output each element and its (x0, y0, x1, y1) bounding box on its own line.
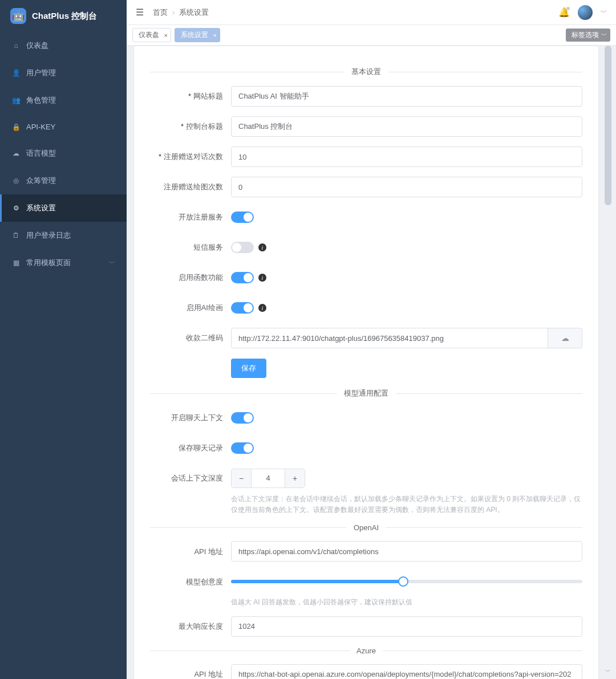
chevron-down-icon: ﹀ (109, 259, 115, 267)
input-qrcode[interactable] (231, 328, 548, 348)
scroll-thumb[interactable] (605, 46, 611, 205)
stepper-plus[interactable]: + (285, 469, 305, 487)
avatar[interactable] (578, 5, 593, 20)
sidebar-item-label: 常用模板页面 (26, 258, 71, 268)
label-openai-max: 最大响应长度 (150, 622, 231, 631)
breadcrumb: 首页 › 系统设置 (153, 7, 209, 18)
section-title: 模型通用配置 (150, 388, 582, 399)
tab-options-label: 标签选项 (572, 31, 599, 39)
list-icon: 🗒 (11, 231, 21, 239)
chevron-down-icon[interactable]: ﹀ (601, 8, 607, 17)
breadcrumb-home[interactable]: 首页 (153, 7, 168, 18)
users-icon: 👥 (11, 96, 21, 104)
gear-icon: ⚙ (11, 204, 21, 212)
section-title: OpenAI (150, 523, 582, 532)
stepper-minus[interactable]: − (232, 469, 251, 487)
sidebar-item-language-model[interactable]: ☁语言模型 (0, 140, 127, 167)
sidebar-item-dashboard[interactable]: ⌂仪表盘 (0, 32, 127, 59)
sidebar-item-label: 用户管理 (26, 68, 56, 78)
sidebar-item-label: 仪表盘 (26, 40, 48, 51)
stepper-value[interactable]: 4 (251, 469, 285, 487)
label-azure-api: API 地址 (150, 670, 231, 679)
upload-group: ☁ (231, 328, 582, 348)
tab-dashboard[interactable]: 仪表盘× (132, 28, 171, 42)
input-site-title[interactable] (231, 86, 582, 107)
section-title: Azure (150, 647, 582, 655)
lock-icon: 🔒 (11, 123, 21, 131)
sidebar: ChatPlus 控制台 ⌂仪表盘 👤用户管理 👥角色管理 🔒API-KEY ☁… (0, 0, 127, 679)
context-depth-stepper: − 4 + (231, 469, 305, 488)
sidebar-item-roles[interactable]: 👥角色管理 (0, 87, 127, 114)
save-button[interactable]: 保存 (231, 359, 266, 378)
sidebar-item-label: 系统设置 (26, 203, 56, 213)
toggle-open-reg[interactable] (231, 212, 254, 223)
help-text: 会话上下文深度：在老会话中继续会话，默认加载多少条聊天记录作为上下文。如果设置为… (231, 494, 582, 515)
chevron-down-icon: ﹀ (601, 31, 607, 39)
slider-openai-temp[interactable] (231, 580, 582, 583)
info-icon[interactable]: i (258, 304, 266, 312)
settings-card: 基本设置 网站标题 控制台标题 注册赠送对话次数 注册赠送绘图次数 开放注册服务… (133, 46, 599, 679)
sidebar-item-crowdfunding[interactable]: ◎众筹管理 (0, 167, 127, 194)
input-openai-max[interactable] (231, 616, 582, 637)
sidebar-item-label: 角色管理 (26, 95, 56, 105)
robot-icon (10, 8, 26, 24)
label-func: 启用函数功能 (150, 273, 231, 282)
sidebar-item-label: 语言模型 (26, 148, 56, 158)
close-icon[interactable]: × (213, 32, 217, 39)
sidebar-item-apikey[interactable]: 🔒API-KEY (0, 114, 127, 140)
sidebar-item-label: 用户登录日志 (26, 230, 71, 241)
label-reg-img: 注册赠送绘图次数 (150, 182, 231, 192)
sidebar-item-system-settings[interactable]: ⚙系统设置 (0, 194, 127, 222)
chevron-right-icon: › (172, 8, 175, 17)
user-icon: 👤 (11, 69, 21, 77)
input-reg-chat[interactable] (231, 147, 582, 167)
label-save-history: 保存聊天记录 (150, 444, 231, 453)
toggle-ai-draw[interactable] (231, 302, 254, 314)
sidebar-menu: ⌂仪表盘 👤用户管理 👥角色管理 🔒API-KEY ☁语言模型 ◎众筹管理 ⚙系… (0, 32, 127, 277)
toggle-func[interactable] (231, 272, 254, 283)
sidebar-item-users[interactable]: 👤用户管理 (0, 59, 127, 87)
sidebar-item-label: 众筹管理 (26, 176, 56, 186)
close-icon[interactable]: × (164, 32, 168, 39)
main-content: 基本设置 网站标题 控制台标题 注册赠送对话次数 注册赠送绘图次数 开放注册服务… (127, 46, 599, 679)
upload-button[interactable]: ☁ (548, 328, 582, 348)
label-reg-chat: 注册赠送对话次数 (150, 152, 231, 161)
toggle-sms[interactable] (231, 242, 254, 253)
label-openai-temp: 模型创意度 (150, 578, 231, 587)
menu-toggle-icon[interactable]: ☰ (136, 7, 144, 18)
cloud-icon: ☁ (11, 149, 21, 157)
tab-label: 仪表盘 (139, 31, 159, 39)
sidebar-item-login-log[interactable]: 🗒用户登录日志 (0, 222, 127, 249)
target-icon: ◎ (11, 177, 21, 185)
label-qrcode: 收款二维码 (150, 334, 231, 343)
label-context-depth: 会话上下文深度 (150, 474, 231, 483)
tab-options-button[interactable]: 标签选项﹀ (566, 29, 610, 42)
chevron-down-icon[interactable]: ﹀ (605, 668, 611, 676)
slider-thumb[interactable] (398, 576, 408, 587)
tab-system-settings[interactable]: 系统设置× (175, 28, 220, 42)
bell-icon[interactable]: 🔔 (558, 7, 570, 18)
app-title: ChatPlus 控制台 (32, 11, 97, 22)
input-reg-img[interactable] (231, 177, 582, 197)
label-console-title: 控制台标题 (150, 122, 231, 131)
label-site-title: 网站标题 (150, 92, 231, 101)
input-azure-api[interactable] (231, 664, 582, 679)
app-logo-row: ChatPlus 控制台 (0, 0, 127, 32)
tabs-bar: 仪表盘× 系统设置× 标签选项﹀ (127, 25, 616, 46)
home-icon: ⌂ (11, 42, 21, 50)
toggle-save-history[interactable] (231, 442, 254, 454)
sidebar-item-label: API-KEY (26, 123, 55, 131)
grid-icon: ▦ (11, 259, 21, 267)
info-icon[interactable]: i (258, 274, 266, 282)
label-sms: 短信服务 (150, 243, 231, 252)
help-text: 值越大 AI 回答越发散，值越小回答越保守，建议保持默认值 (231, 597, 582, 608)
label-ai-draw: 启用AI绘画 (150, 303, 231, 312)
label-openai-api: API 地址 (150, 547, 231, 556)
input-console-title[interactable] (231, 116, 582, 137)
info-icon[interactable]: i (258, 243, 266, 251)
toggle-context[interactable] (231, 412, 254, 424)
scrollbar[interactable]: ﹀ (600, 46, 616, 679)
input-openai-api[interactable] (231, 541, 582, 562)
tab-label: 系统设置 (181, 31, 208, 39)
sidebar-item-template-pages[interactable]: ▦常用模板页面﹀ (0, 249, 127, 277)
